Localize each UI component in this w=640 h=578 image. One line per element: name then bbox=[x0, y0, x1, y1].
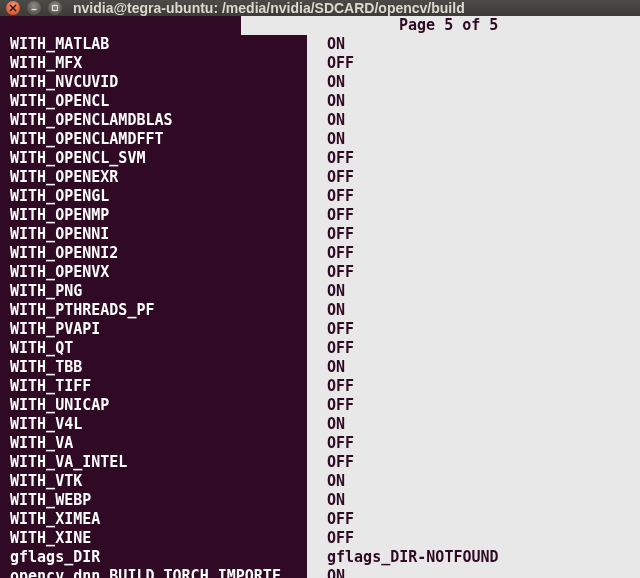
config-row[interactable]: WITH_OPENCLAMDBLASON bbox=[0, 111, 640, 130]
config-value: ON bbox=[307, 472, 640, 491]
config-key: WITH_VTK bbox=[0, 472, 307, 491]
window-title: nvidia@tegra-ubuntu: /media/nvidia/SDCAR… bbox=[73, 0, 465, 16]
config-row[interactable]: WITH_V4LON bbox=[0, 415, 640, 434]
config-key: WITH_OPENNI2 bbox=[0, 244, 307, 263]
terminal-window: nvidia@tegra-ubuntu: /media/nvidia/SDCAR… bbox=[0, 0, 640, 578]
config-value: OFF bbox=[307, 54, 640, 73]
config-value: gflags_DIR-NOTFOUND bbox=[307, 548, 640, 567]
config-row[interactable]: WITH_VTKON bbox=[0, 472, 640, 491]
config-rows: WITH_MATLABONWITH_MFXOFFWITH_NVCUVIDONWI… bbox=[0, 35, 640, 578]
config-key: WITH_OPENCLAMDBLAS bbox=[0, 111, 307, 130]
terminal-area[interactable]: Page 5 of 5 WITH_MATLABONWITH_MFXOFFWITH… bbox=[0, 16, 640, 578]
config-row[interactable]: WITH_VAOFF bbox=[0, 434, 640, 453]
config-row[interactable]: WITH_MATLABON bbox=[0, 35, 640, 54]
config-value: OFF bbox=[307, 187, 640, 206]
config-key: opencv_dnn_BUILD_TORCH_IMPORTE bbox=[0, 567, 307, 578]
config-key: WITH_OPENGL bbox=[0, 187, 307, 206]
config-value: OFF bbox=[307, 396, 640, 415]
config-row[interactable]: WITH_OPENMPOFF bbox=[0, 206, 640, 225]
config-key: WITH_XINE bbox=[0, 529, 307, 548]
config-key: WITH_OPENVX bbox=[0, 263, 307, 282]
config-key: WITH_VA bbox=[0, 434, 307, 453]
config-value: OFF bbox=[307, 320, 640, 339]
config-row[interactable]: WITH_TIFFOFF bbox=[0, 377, 640, 396]
config-value: ON bbox=[307, 130, 640, 149]
config-key: WITH_WEBP bbox=[0, 491, 307, 510]
config-value: ON bbox=[307, 358, 640, 377]
config-value: ON bbox=[307, 111, 640, 130]
config-value: ON bbox=[307, 92, 640, 111]
config-row[interactable]: WITH_XIMEAOFF bbox=[0, 510, 640, 529]
config-row[interactable]: WITH_PTHREADS_PFON bbox=[0, 301, 640, 320]
titlebar[interactable]: nvidia@tegra-ubuntu: /media/nvidia/SDCAR… bbox=[0, 0, 640, 16]
page-indicator-row: Page 5 of 5 bbox=[0, 16, 640, 35]
config-value: OFF bbox=[307, 529, 640, 548]
config-row[interactable]: WITH_TBBON bbox=[0, 358, 640, 377]
config-value: ON bbox=[307, 282, 640, 301]
config-key: WITH_OPENMP bbox=[0, 206, 307, 225]
config-value: OFF bbox=[307, 263, 640, 282]
config-row[interactable]: WITH_PVAPIOFF bbox=[0, 320, 640, 339]
config-row[interactable]: WITH_OPENEXROFF bbox=[0, 168, 640, 187]
config-key: WITH_VA_INTEL bbox=[0, 453, 307, 472]
config-key: WITH_OPENCL bbox=[0, 92, 307, 111]
config-key: WITH_PNG bbox=[0, 282, 307, 301]
config-value: OFF bbox=[307, 225, 640, 244]
config-row[interactable]: WITH_OPENCLAMDFFTON bbox=[0, 130, 640, 149]
config-key: WITH_V4L bbox=[0, 415, 307, 434]
config-key: WITH_XIMEA bbox=[0, 510, 307, 529]
config-value: OFF bbox=[307, 434, 640, 453]
window-close-button[interactable] bbox=[6, 1, 20, 15]
config-value: OFF bbox=[307, 149, 640, 168]
config-value: OFF bbox=[307, 339, 640, 358]
config-row[interactable]: WITH_XINEOFF bbox=[0, 529, 640, 548]
config-row[interactable]: WITH_OPENVXOFF bbox=[0, 263, 640, 282]
config-value: OFF bbox=[307, 377, 640, 396]
config-value: OFF bbox=[307, 168, 640, 187]
config-value: OFF bbox=[307, 244, 640, 263]
config-key: WITH_UNICAP bbox=[0, 396, 307, 415]
page-indicator: Page 5 of 5 bbox=[241, 16, 640, 35]
window-maximize-button[interactable] bbox=[48, 1, 62, 15]
config-key: WITH_QT bbox=[0, 339, 307, 358]
config-value: ON bbox=[307, 301, 640, 320]
config-value: OFF bbox=[307, 510, 640, 529]
config-row[interactable]: opencv_dnn_BUILD_TORCH_IMPORTEON bbox=[0, 567, 640, 578]
config-key: WITH_MATLAB bbox=[0, 35, 307, 54]
minimize-icon bbox=[30, 4, 38, 12]
config-key: WITH_PTHREADS_PF bbox=[0, 301, 307, 320]
config-row[interactable]: WITH_OPENGLOFF bbox=[0, 187, 640, 206]
config-row[interactable]: WITH_QTOFF bbox=[0, 339, 640, 358]
config-key: WITH_OPENCL_SVM bbox=[0, 149, 307, 168]
close-icon bbox=[9, 4, 17, 12]
config-row[interactable]: WITH_UNICAPOFF bbox=[0, 396, 640, 415]
config-value: OFF bbox=[307, 206, 640, 225]
config-row[interactable]: WITH_OPENNIOFF bbox=[0, 225, 640, 244]
config-value: ON bbox=[307, 415, 640, 434]
config-row[interactable]: WITH_PNGON bbox=[0, 282, 640, 301]
config-value: ON bbox=[307, 491, 640, 510]
config-row[interactable]: WITH_OPENNI2OFF bbox=[0, 244, 640, 263]
maximize-icon bbox=[51, 4, 59, 12]
config-value: ON bbox=[307, 73, 640, 92]
config-key: WITH_MFX bbox=[0, 54, 307, 73]
config-key: WITH_OPENNI bbox=[0, 225, 307, 244]
config-key: WITH_OPENCLAMDFFT bbox=[0, 130, 307, 149]
config-value: ON bbox=[307, 35, 640, 54]
config-row[interactable]: WITH_MFXOFF bbox=[0, 54, 640, 73]
config-value: ON bbox=[307, 567, 640, 578]
config-key: WITH_OPENEXR bbox=[0, 168, 307, 187]
window-minimize-button[interactable] bbox=[27, 1, 41, 15]
config-row[interactable]: WITH_OPENCL_SVMOFF bbox=[0, 149, 640, 168]
config-key: WITH_NVCUVID bbox=[0, 73, 307, 92]
config-row[interactable]: WITH_NVCUVIDON bbox=[0, 73, 640, 92]
config-key: WITH_PVAPI bbox=[0, 320, 307, 339]
config-row[interactable]: WITH_OPENCLON bbox=[0, 92, 640, 111]
svg-rect-0 bbox=[53, 6, 58, 11]
config-key: WITH_TBB bbox=[0, 358, 307, 377]
config-row[interactable]: WITH_WEBPON bbox=[0, 491, 640, 510]
config-key: WITH_TIFF bbox=[0, 377, 307, 396]
config-row[interactable]: gflags_DIRgflags_DIR-NOTFOUND bbox=[0, 548, 640, 567]
config-row[interactable]: WITH_VA_INTELOFF bbox=[0, 453, 640, 472]
config-value: OFF bbox=[307, 453, 640, 472]
